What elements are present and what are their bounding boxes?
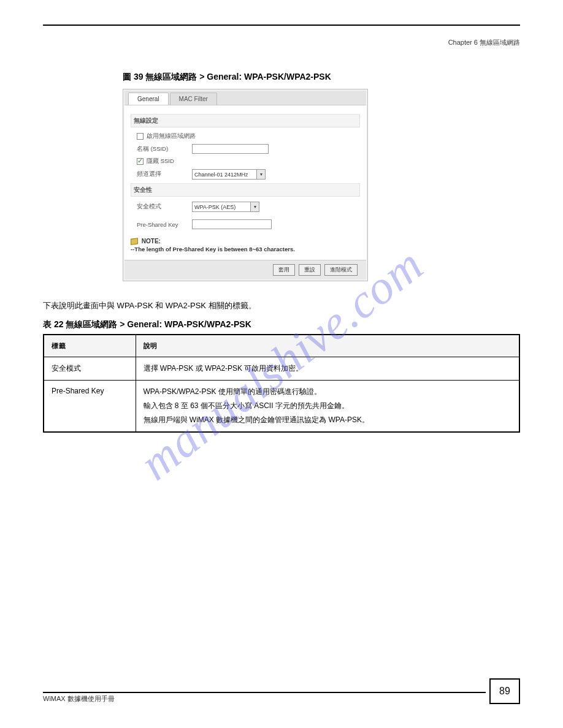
note-block: NOTE: --The length of Pre-Shared Key is … [131,238,360,252]
page-footer: 89 WiMAX 數據機使用手冊 [43,678,520,703]
table-cell-label: Pre-Shared Key [44,380,136,432]
table-row: 安全模式 選擇 WPA-PSK 或 WPA2-PSK 可啟用資料加密。 [44,357,519,380]
security-mode-value: WPA-PSK (AES) [194,204,236,210]
enable-wlan-label: 啟用無線區域網路 [147,132,196,140]
security-mode-label: 安全模式 [137,203,192,211]
table-row: Pre-Shared Key WPA-PSK/WPA2-PSK 使用簡單的通用密… [44,380,519,432]
channel-row: 頻道選擇 Channel-01 2412MHz ▾ [137,169,360,180]
apply-button[interactable]: 套用 [273,264,295,276]
table-cell-label: 安全模式 [44,357,136,380]
panel-body: 無線設定 啟用無線區域網路 名稱 (SSID) 隱藏 SSID 頻道選擇 Cha… [124,105,366,260]
config-figure: General MAC Filter 無線設定 啟用無線區域網路 名稱 (SSI… [123,89,520,281]
security-mode-row: 安全模式 WPA-PSK (AES) ▾ [137,202,360,212]
table-header-desc: 說明 [136,335,519,357]
hide-ssid-row: 隱藏 SSID [137,157,360,165]
channel-select[interactable]: Channel-01 2412MHz ▾ [192,169,266,180]
footer-line [43,692,486,693]
reset-button[interactable]: 重設 [299,264,321,276]
note-text: --The length of Pre-Shared Key is betwee… [131,246,360,252]
chapter-header: Chapter 6 無線區域網路 [43,38,520,47]
body-text: 下表說明此畫面中與 WPA-PSK 和 WPA2-PSK 相關的標籤。 [43,300,520,312]
ssid-input[interactable] [192,144,269,154]
note-title: NOTE: [142,238,161,245]
tab-general[interactable]: General [128,93,169,105]
channel-value: Channel-01 2412MHz [194,172,248,178]
psk-input[interactable] [192,219,272,229]
psk-row: Pre-Shared Key [137,219,360,229]
table-header-label: 標籤 [44,335,136,357]
note-icon [131,238,138,246]
enable-wlan-checkbox[interactable] [137,133,144,140]
ssid-label: 名稱 (SSID) [137,145,192,153]
enable-wlan-row: 啟用無線區域網路 [137,132,360,140]
table-caption: 表 22 無線區域網路 > General: WPA-PSK/WPA2-PSK [43,319,520,330]
tab-bar: General MAC Filter [124,91,366,105]
security-mode-select[interactable]: WPA-PSK (AES) ▾ [192,202,259,212]
psk-label: Pre-Shared Key [137,221,192,228]
panel-footer: 套用 重設 進階模式 [124,260,366,279]
chevron-down-icon: ▾ [250,202,259,211]
section-wireless-header: 無線設定 [131,114,360,127]
advanced-button[interactable]: 進階模式 [324,264,358,276]
tab-mac-filter[interactable]: MAC Filter [170,93,217,105]
hide-ssid-label: 隱藏 SSID [147,157,174,165]
section-security-header: 安全性 [131,183,360,197]
footer-text: WiMAX 數據機使用手冊 [43,694,520,703]
desc-text: 輸入包含 8 至 63 個不區分大小寫 ASCII 字元的預先共用金鑰。 [144,401,512,411]
desc-text: 選擇 WPA-PSK 或 WPA2-PSK 可啟用資料加密。 [144,363,512,374]
top-rule [43,25,520,26]
table-cell-desc: 選擇 WPA-PSK 或 WPA2-PSK 可啟用資料加密。 [136,357,519,380]
figure-caption: 圖 39 無線區域網路 > General: WPA-PSK/WPA2-PSK [123,72,520,83]
desc-text: WPA-PSK/WPA2-PSK 使用簡單的通用密碼進行驗證。 [144,387,512,397]
desc-text: 無線用戶端與 WiMAX 數據機之間的金鑰管理通訊協定為 WPA-PSK。 [144,415,512,425]
ssid-row: 名稱 (SSID) [137,144,360,154]
channel-label: 頻道選擇 [137,170,192,178]
config-panel: General MAC Filter 無線設定 啟用無線區域網路 名稱 (SSI… [123,89,368,281]
page-number-box: 89 [489,678,520,704]
chevron-down-icon: ▾ [256,170,265,179]
hide-ssid-checkbox[interactable] [137,158,144,165]
settings-table: 標籤 說明 安全模式 選擇 WPA-PSK 或 WPA2-PSK 可啟用資料加密… [43,334,520,433]
table-cell-desc: WPA-PSK/WPA2-PSK 使用簡單的通用密碼進行驗證。 輸入包含 8 至… [136,380,519,432]
